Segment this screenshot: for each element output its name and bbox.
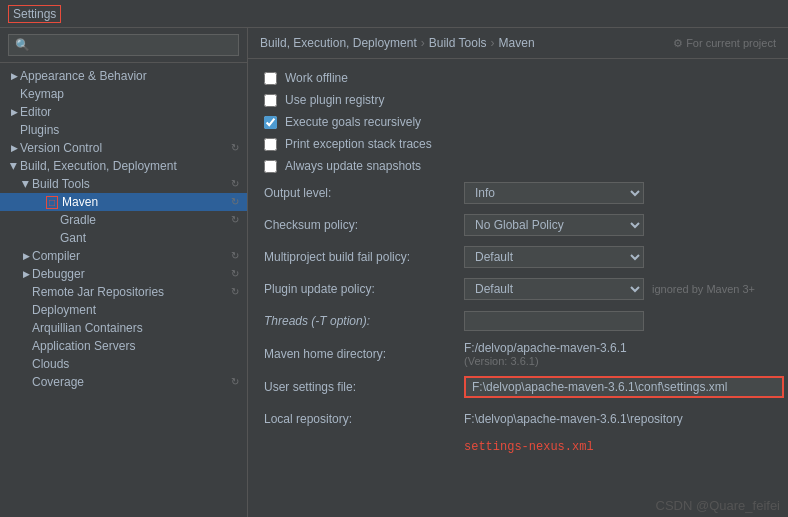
sidebar-item-label-build-exec: Build, Execution, Deployment	[20, 159, 247, 173]
expand-arrow-build-tools: ▶	[21, 178, 31, 190]
label-output-level: Output level:	[264, 186, 331, 200]
sidebar-item-debugger[interactable]: ▶Debugger↻	[0, 265, 247, 283]
sidebar-item-clouds[interactable]: Clouds	[0, 355, 247, 373]
sidebar-item-label-gradle: Gradle	[60, 213, 231, 227]
checkbox-always-update[interactable]	[264, 160, 277, 173]
breadcrumb-path: Build, Execution, Deployment › Build Too…	[260, 36, 535, 50]
user-settings-input[interactable]	[464, 376, 784, 398]
selected-box-icon: □	[46, 196, 58, 209]
maven-home-version: (Version: 3.6.1)	[464, 355, 772, 367]
sidebar-item-deployment[interactable]: Deployment	[0, 301, 247, 319]
watermark: CSDN @Quare_feifei	[248, 494, 788, 517]
form-control-checksum-policy: No Global PolicyWarnFail	[464, 214, 772, 236]
checkbox-execute-goals[interactable]	[264, 116, 277, 129]
sidebar-item-label-app-servers: Application Servers	[32, 339, 247, 353]
sidebar-item-label-version-control: Version Control	[20, 141, 231, 155]
label-checksum-policy: Checksum policy:	[264, 218, 358, 232]
form-label-threads: Threads (-T option):	[264, 314, 464, 328]
checkbox-label-always-update: Always update snapshots	[285, 159, 421, 173]
breadcrumb-right: ⚙ For current project	[673, 37, 776, 50]
sync-icon-remote-jar: ↻	[231, 286, 243, 298]
checkbox-use-plugin-registry[interactable]	[264, 94, 277, 107]
sync-icon-build-tools: ↻	[231, 178, 243, 190]
select-checksum-policy[interactable]: No Global PolicyWarnFail	[464, 214, 644, 236]
checkbox-label-work-offline: Work offline	[285, 71, 348, 85]
checkbox-row-work-offline: Work offline	[264, 71, 772, 85]
checkbox-row-print-exception: Print exception stack traces	[264, 137, 772, 151]
checkbox-label-use-plugin-registry: Use plugin registry	[285, 93, 384, 107]
sidebar-item-maven[interactable]: □Maven↻	[0, 193, 247, 211]
select-output-level[interactable]: InfoDebugWarnError	[464, 182, 644, 204]
sidebar-item-label-arquillian: Arquillian Containers	[32, 321, 247, 335]
sidebar-item-gradle[interactable]: Gradle↻	[0, 211, 247, 229]
form-row-local-repo: Local repository: F:\delvop\apache-maven…	[264, 407, 772, 431]
threads-label: Threads (-T option):	[264, 314, 370, 328]
expand-arrow-compiler: ▶	[20, 251, 32, 261]
settings-window: Settings ▶Appearance & BehaviorKeymap▶Ed…	[0, 0, 788, 517]
gear-icon: ⚙	[673, 37, 683, 49]
sidebar-item-label-clouds: Clouds	[32, 357, 247, 371]
sidebar-item-label-remote-jar: Remote Jar Repositories	[32, 285, 231, 299]
user-settings-label: User settings file:	[264, 380, 464, 394]
sync-icon-maven: ↻	[231, 196, 243, 208]
sidebar-item-arquillian[interactable]: Arquillian Containers	[0, 319, 247, 337]
checkbox-print-exception[interactable]	[264, 138, 277, 151]
sidebar-item-build-exec[interactable]: ▶Build, Execution, Deployment	[0, 157, 247, 175]
maven-home-label: Maven home directory:	[264, 347, 464, 361]
sidebar-item-editor[interactable]: ▶Editor	[0, 103, 247, 121]
sidebar-item-label-coverage: Coverage	[32, 375, 231, 389]
form-control-plugin-update: DefaultAlwaysNeverDailyignored by Maven …	[464, 278, 772, 300]
sync-icon-compiler: ↻	[231, 250, 243, 262]
breadcrumb-sep-2: ›	[491, 36, 495, 50]
expand-arrow-debugger: ▶	[20, 269, 32, 279]
expand-arrow-appearance: ▶	[8, 71, 20, 81]
sidebar-item-version-control[interactable]: ▶Version Control↻	[0, 139, 247, 157]
form-label-multiproject-policy: Multiproject build fail policy:	[264, 250, 464, 264]
sidebar-item-label-build-tools: Build Tools	[32, 177, 231, 191]
checkbox-label-execute-goals: Execute goals recursively	[285, 115, 421, 129]
search-input[interactable]	[8, 34, 239, 56]
checkbox-row-always-update: Always update snapshots	[264, 159, 772, 173]
sidebar-item-build-tools[interactable]: ▶Build Tools↻	[0, 175, 247, 193]
form-control-threads	[464, 311, 772, 331]
local-repo-path: F:\delvop\apache-maven-3.6.1\repository	[464, 412, 772, 426]
sidebar-item-coverage[interactable]: Coverage↻	[0, 373, 247, 391]
sidebar-item-plugins[interactable]: Plugins	[0, 121, 247, 139]
sidebar-item-label-appearance: Appearance & Behavior	[20, 69, 247, 83]
checkbox-work-offline[interactable]	[264, 72, 277, 85]
checkbox-row-execute-goals: Execute goals recursively	[264, 115, 772, 129]
sidebar-item-label-maven: Maven	[62, 195, 231, 209]
breadcrumb-item-maven: Maven	[499, 36, 535, 50]
sidebar-item-label-keymap: Keymap	[20, 87, 247, 101]
label-multiproject-policy: Multiproject build fail policy:	[264, 250, 410, 264]
sidebar-item-app-servers[interactable]: Application Servers	[0, 337, 247, 355]
sidebar-item-keymap[interactable]: Keymap	[0, 85, 247, 103]
sidebar-item-compiler[interactable]: ▶Compiler↻	[0, 247, 247, 265]
sidebar-item-label-gant: Gant	[60, 231, 247, 245]
form-label-output-level: Output level:	[264, 186, 464, 200]
title-bar: Settings	[0, 0, 788, 28]
expand-arrow-editor: ▶	[8, 107, 20, 117]
sidebar-item-remote-jar[interactable]: Remote Jar Repositories↻	[0, 283, 247, 301]
local-repo-label: Local repository:	[264, 412, 464, 426]
checkbox-label-print-exception: Print exception stack traces	[285, 137, 432, 151]
input-threads[interactable]	[464, 311, 644, 331]
maven-home-control: F:/delvop/apache-maven-3.6.1 (Version: 3…	[464, 341, 772, 367]
breadcrumb-item-build[interactable]: Build, Execution, Deployment	[260, 36, 417, 50]
select-plugin-update[interactable]: DefaultAlwaysNeverDaily	[464, 278, 644, 300]
form-label-plugin-update: Plugin update policy:	[264, 282, 464, 296]
breadcrumb-item-buildtools[interactable]: Build Tools	[429, 36, 487, 50]
sync-icon-coverage: ↻	[231, 376, 243, 388]
annotation-text: settings-nexus.xml	[464, 439, 772, 454]
breadcrumb-scope-label: For current project	[686, 37, 776, 49]
expand-arrow-version-control: ▶	[8, 143, 20, 153]
select-multiproject-policy[interactable]: DefaultFail At EndFail FastFail Never	[464, 246, 644, 268]
form-control-output-level: InfoDebugWarnError	[464, 182, 772, 204]
sidebar-item-gant[interactable]: Gant	[0, 229, 247, 247]
sidebar-item-appearance[interactable]: ▶Appearance & Behavior	[0, 67, 247, 85]
search-box[interactable]	[0, 28, 247, 63]
main-panel: Build, Execution, Deployment › Build Too…	[248, 28, 788, 517]
sync-icon-debugger: ↻	[231, 268, 243, 280]
form-row-threads: Threads (-T option):	[264, 309, 772, 333]
maven-home-path: F:/delvop/apache-maven-3.6.1	[464, 341, 772, 355]
